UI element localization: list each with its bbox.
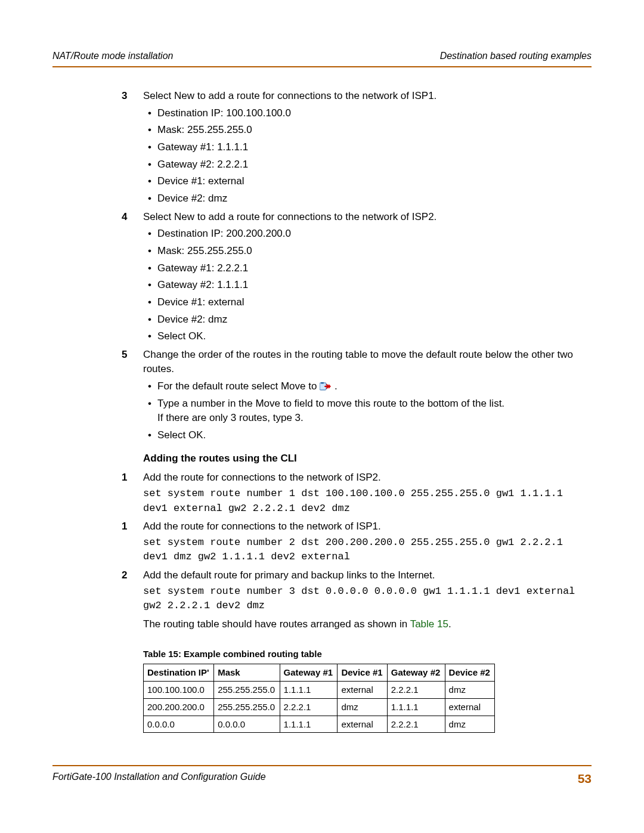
cli-code: set system route number 2 dst 200.200.20… [143, 535, 592, 565]
cell: external [338, 682, 387, 699]
step-number: 1 [122, 470, 127, 485]
step-4: 4 Select New to add a route for connecti… [143, 210, 592, 344]
cli-step-2: 2 Add the default route for primary and … [143, 568, 592, 632]
svg-rect-1 [321, 382, 324, 384]
step-number: 3 [122, 89, 127, 104]
header-left: NAT/Route mode installation [52, 49, 173, 63]
text: The routing table should have routes arr… [143, 618, 410, 630]
cell: 2.2.2.1 [280, 698, 338, 716]
step-text: Change the order of the routes in the ro… [143, 348, 592, 377]
cell: 2.2.2.1 [387, 682, 445, 699]
cli-step-1b: 1 Add the route for connections to the n… [143, 519, 592, 565]
step-number: 1 [122, 519, 127, 534]
bullet-text: Type a number in the Move to field to mo… [157, 398, 504, 409]
bullet-text-cont: If there are only 3 routes, type 3. [157, 412, 304, 423]
step-text: Add the route for connections to the net… [143, 519, 592, 534]
col-header: Mask [214, 664, 280, 682]
cell: 2.2.2.1 [387, 716, 445, 733]
bullet: Mask: 255.255.255.0 [157, 244, 592, 259]
table-caption: Table 15: Example combined routing table [143, 648, 592, 661]
step-text: Add the route for connections to the net… [143, 470, 592, 485]
cell: 1.1.1.1 [280, 682, 338, 699]
cell: external [338, 716, 387, 733]
cell: 255.255.255.0 [214, 682, 280, 699]
cell: 255.255.255.0 [214, 698, 280, 716]
cell: external [445, 698, 494, 716]
step-5: 5 Change the order of the routes in the … [143, 348, 592, 443]
col-header: Gateway #2 [387, 664, 445, 682]
cli-code: set system route number 3 dst 0.0.0.0 0.… [143, 584, 592, 614]
col-header: Device #1 [338, 664, 387, 682]
cell: 1.1.1.1 [280, 716, 338, 733]
cell: dmz [445, 716, 494, 733]
bullet-period: . [335, 380, 338, 392]
step-text: Add the default route for primary and ba… [143, 568, 592, 583]
step-4-bullets: Destination IP: 200.200.200.0 Mask: 255.… [143, 227, 592, 343]
routing-table: Destination IP' Mask Gateway #1 Device #… [143, 664, 495, 733]
step-number: 5 [122, 348, 127, 363]
table-reference-line: The routing table should have routes arr… [143, 617, 592, 632]
bullet: Device #1: external [157, 174, 592, 189]
bullet: Device #2: dmz [157, 191, 592, 206]
step-text: Select New to add a route for connection… [143, 89, 592, 104]
cell: dmz [338, 698, 387, 716]
step-text: Select New to add a route for connection… [143, 210, 592, 225]
move-to-icon [320, 380, 332, 389]
bullet-move-to: For the default route select Move to . [157, 379, 592, 394]
bullet: Gateway #1: 2.2.2.1 [157, 261, 592, 276]
step-3-bullets: Destination IP: 100.100.100.0 Mask: 255.… [143, 106, 592, 206]
bullet: Mask: 255.255.255.0 [157, 123, 592, 138]
cli-step-1a: 1 Add the route for connections to the n… [143, 470, 592, 516]
cell: 0.0.0.0 [214, 716, 280, 733]
bullet: Destination IP: 100.100.100.0 [157, 106, 592, 121]
table-header-row: Destination IP' Mask Gateway #1 Device #… [144, 664, 495, 682]
step-5-bullets: For the default route select Move to . T… [143, 379, 592, 443]
header-right: Destination based routing examples [440, 49, 592, 63]
bullet: Destination IP: 200.200.200.0 [157, 227, 592, 241]
col-header: Gateway #1 [280, 664, 338, 682]
cli-code: set system route number 1 dst 100.100.10… [143, 487, 592, 516]
bullet-text: For the default route select Move to [157, 380, 320, 392]
running-footer: FortiGate-100 Installation and Configura… [52, 765, 592, 788]
bullet: Device #1: external [157, 295, 592, 310]
bullet: Gateway #2: 2.2.2.1 [157, 157, 592, 172]
bullet: Gateway #1: 1.1.1.1 [157, 140, 592, 155]
bullet: Gateway #2: 1.1.1.1 [157, 278, 592, 293]
cli-heading: Adding the routes using the CLI [143, 451, 592, 466]
col-header: Destination IP' [144, 664, 214, 682]
step-3: 3 Select New to add a route for connecti… [143, 89, 592, 206]
bullet: Select OK. [157, 329, 592, 344]
cell: dmz [445, 682, 494, 699]
running-header: NAT/Route mode installation Destination … [52, 49, 592, 67]
table-row: 100.100.100.0 255.255.255.0 1.1.1.1 exte… [144, 682, 495, 699]
cell: 0.0.0.0 [144, 716, 214, 733]
col-header: Device #2 [445, 664, 494, 682]
bullet: Device #2: dmz [157, 312, 592, 327]
step-number: 2 [122, 568, 127, 583]
step-number: 4 [122, 210, 127, 225]
bullet: Type a number in the Move to field to mo… [157, 397, 592, 426]
bullet: Select OK. [157, 428, 592, 443]
table-row: 0.0.0.0 0.0.0.0 1.1.1.1 external 2.2.2.1… [144, 716, 495, 733]
table-link[interactable]: Table 15 [410, 618, 448, 630]
cell: 200.200.200.0 [144, 698, 214, 716]
cell: 100.100.100.0 [144, 682, 214, 699]
text: . [448, 618, 451, 630]
page-number: 53 [578, 770, 592, 788]
cell: 1.1.1.1 [387, 698, 445, 716]
table-row: 200.200.200.0 255.255.255.0 2.2.2.1 dmz … [144, 698, 495, 716]
footer-left: FortiGate-100 Installation and Configura… [52, 770, 266, 788]
body-content: 3 Select New to add a route for connecti… [52, 67, 592, 733]
page: NAT/Route mode installation Destination … [0, 0, 644, 833]
